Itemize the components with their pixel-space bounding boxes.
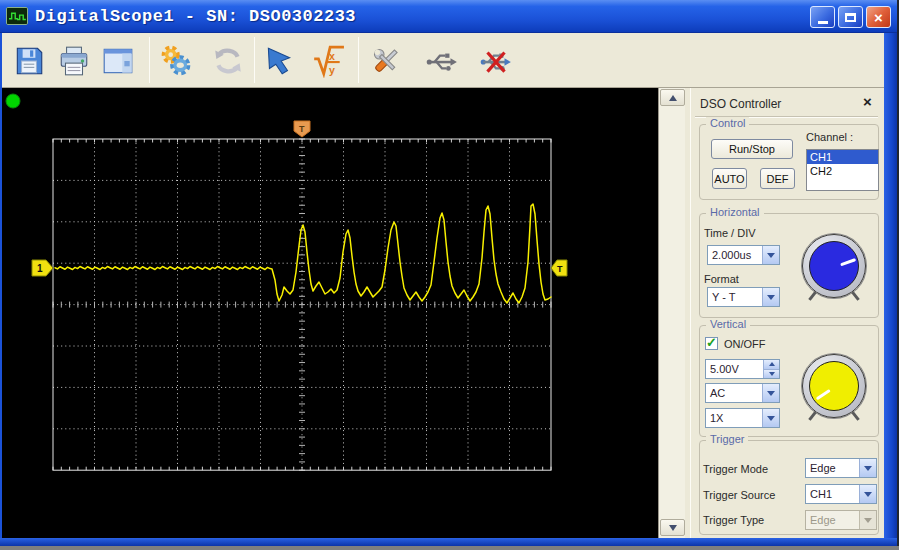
window-border	[0, 538, 897, 546]
usb-icon	[425, 44, 459, 78]
trigger-type-select: Edge	[805, 510, 877, 530]
save-icon	[12, 44, 46, 78]
scope-canvas: 1TT	[2, 88, 658, 538]
app-icon	[6, 7, 28, 25]
dropdown-arrow-icon[interactable]	[859, 485, 876, 503]
close-icon: ×	[874, 10, 883, 25]
channel-option-ch2[interactable]: CH2	[807, 164, 878, 178]
usb-disconnect-button[interactable]	[477, 41, 515, 81]
ch1-marker-label: 1	[37, 263, 43, 274]
panel-close-button[interactable]: ×	[860, 93, 875, 109]
refresh-button[interactable]	[209, 41, 247, 81]
layout-button[interactable]	[99, 41, 137, 81]
time-div-select[interactable]: 2.000us	[707, 245, 780, 265]
scroll-up-button[interactable]	[660, 89, 685, 106]
scroll-down-icon	[669, 525, 677, 535]
toolbar-separator	[358, 37, 359, 83]
probe-select[interactable]: 1X	[705, 408, 780, 428]
horizontal-group: Horizontal Time / DIV 2.000us Format Y -…	[699, 213, 879, 318]
tools-button[interactable]	[367, 41, 405, 81]
tools-icon	[369, 44, 403, 78]
vertical-caption: Vertical	[706, 318, 750, 330]
dropdown-arrow-icon	[859, 511, 876, 529]
settings-gears-icon	[159, 44, 193, 78]
toolbar-separator	[149, 37, 150, 83]
print-button[interactable]	[55, 41, 93, 81]
scope-display: 1TT	[2, 88, 658, 538]
run-indicator	[6, 94, 20, 108]
spin-up-button[interactable]	[764, 360, 779, 369]
dropdown-arrow-icon[interactable]	[762, 384, 779, 402]
trigger-group: Trigger Trigger Mode Edge Trigger Source…	[699, 440, 879, 535]
svg-text:y: y	[329, 64, 335, 76]
auto-button[interactable]: AUTO	[712, 168, 747, 189]
refresh-icon	[211, 44, 245, 78]
usb-connect-button[interactable]	[423, 41, 461, 81]
trigger-level-label: T	[557, 264, 563, 274]
window-border	[884, 33, 897, 546]
titlebar: DigitalScope1 - SN: DSO0302233 ×	[0, 0, 899, 33]
horizontal-knob[interactable]	[802, 234, 866, 298]
volts-stepper[interactable]: 5.00V	[705, 359, 780, 379]
minimize-icon	[818, 21, 828, 24]
math-button[interactable]: x y	[309, 41, 347, 81]
minimize-button[interactable]	[810, 6, 835, 28]
onoff-checkbox[interactable]: ✓	[705, 337, 718, 350]
cursor-icon	[262, 44, 296, 78]
sqrt-math-icon: x y	[311, 44, 345, 78]
close-button[interactable]: ×	[866, 6, 891, 28]
coupling-select[interactable]: AC	[705, 383, 780, 403]
trigger-mode-label: Trigger Mode	[703, 463, 768, 475]
trigger-mode-select[interactable]: Edge	[805, 458, 877, 478]
format-select[interactable]: Y - T	[707, 287, 780, 307]
knob-pointer	[794, 226, 876, 308]
svg-text:x: x	[329, 50, 335, 62]
scroll-up-icon	[669, 91, 677, 101]
panel-title: DSO Controller	[700, 97, 781, 111]
save-button[interactable]	[10, 41, 48, 81]
maximize-icon	[845, 13, 856, 22]
onoff-label: ON/OFF	[724, 338, 766, 350]
trigger-source-label: Trigger Source	[703, 489, 775, 501]
spin-down-button[interactable]	[764, 369, 779, 379]
vertical-knob[interactable]	[802, 354, 866, 418]
control-group: Control Run/Stop AUTO DEF Channel : CH1 …	[699, 124, 879, 200]
print-icon	[57, 44, 91, 78]
check-icon: ✓	[706, 335, 717, 350]
knob-pointer	[791, 343, 880, 432]
window-border	[0, 546, 899, 550]
scroll-down-button[interactable]	[660, 519, 685, 536]
dso-controller-panel: DSO Controller × Control Run/Stop AUTO D…	[690, 88, 884, 538]
channel-list[interactable]: CH1 CH2	[806, 149, 879, 191]
vertical-group: Vertical ✓ ON/OFF 5.00V AC 1X	[699, 325, 879, 437]
maximize-button[interactable]	[838, 6, 863, 28]
app-window: DigitalScope1 - SN: DSO0302233 ×	[0, 0, 899, 550]
cursor-button[interactable]	[260, 41, 298, 81]
layout-icon	[101, 44, 135, 78]
window-title: DigitalScope1 - SN: DSO0302233	[35, 7, 356, 26]
trigger-position-label: T	[299, 124, 305, 134]
horizontal-caption: Horizontal	[706, 206, 764, 218]
trigger-source-select[interactable]: CH1	[805, 484, 877, 504]
trigger-caption: Trigger	[706, 433, 748, 445]
dropdown-arrow-icon[interactable]	[762, 409, 779, 427]
dropdown-arrow-icon[interactable]	[859, 459, 876, 477]
toolbar-separator	[254, 37, 255, 83]
format-label: Format	[704, 273, 739, 285]
channel-option-ch1[interactable]: CH1	[807, 150, 878, 164]
dropdown-arrow-icon[interactable]	[762, 288, 779, 306]
settings-button[interactable]	[157, 41, 195, 81]
window-border	[0, 33, 2, 538]
channel-label: Channel :	[806, 131, 853, 143]
usb-disconnect-icon	[479, 44, 513, 78]
def-button[interactable]: DEF	[760, 168, 795, 189]
time-div-label: Time / DIV	[704, 227, 756, 239]
run-stop-button[interactable]: Run/Stop	[711, 139, 793, 159]
trigger-type-label: Trigger Type	[703, 514, 764, 526]
control-caption: Control	[706, 117, 749, 129]
toolbar: x y	[2, 33, 884, 88]
dropdown-arrow-icon[interactable]	[762, 246, 779, 264]
scope-vertical-scrollbar[interactable]	[658, 88, 685, 538]
